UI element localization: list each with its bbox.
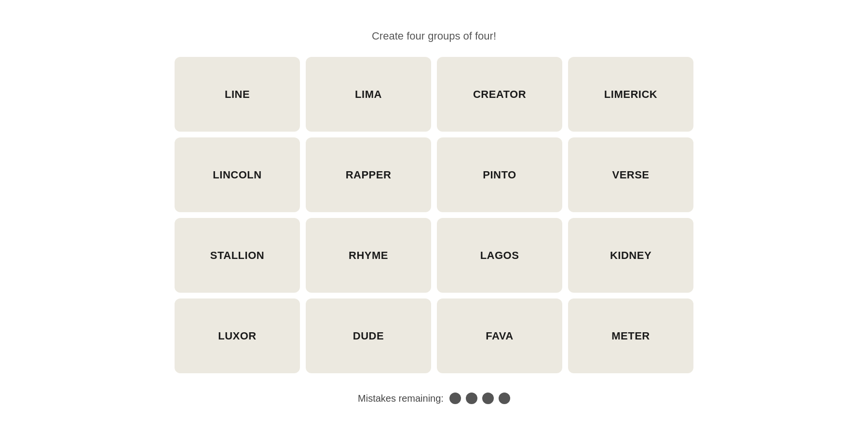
cell-label-pinto: PINTO xyxy=(483,169,516,181)
grid-cell-pinto[interactable]: PINTO xyxy=(437,137,562,212)
mistake-dot-2 xyxy=(482,393,494,404)
mistakes-row: Mistakes remaining: xyxy=(358,393,510,404)
grid-cell-dude[interactable]: DUDE xyxy=(306,298,431,373)
grid-cell-verse[interactable]: VERSE xyxy=(568,137,693,212)
word-grid: LINELIMACREATORLIMERICKLINCOLNRAPPERPINT… xyxy=(175,57,693,373)
grid-cell-lincoln[interactable]: LINCOLN xyxy=(175,137,300,212)
grid-cell-lagos[interactable]: LAGOS xyxy=(437,218,562,293)
mistakes-label: Mistakes remaining: xyxy=(358,393,444,404)
mistake-dot-3 xyxy=(499,393,510,404)
grid-cell-kidney[interactable]: KIDNEY xyxy=(568,218,693,293)
mistake-dot-0 xyxy=(449,393,461,404)
mistake-dot-1 xyxy=(466,393,477,404)
cell-label-creator: CREATOR xyxy=(473,88,526,101)
cell-label-kidney: KIDNEY xyxy=(610,249,651,262)
grid-cell-line[interactable]: LINE xyxy=(175,57,300,132)
grid-cell-fava[interactable]: FAVA xyxy=(437,298,562,373)
grid-cell-limerick[interactable]: LIMERICK xyxy=(568,57,693,132)
cell-label-limerick: LIMERICK xyxy=(604,88,657,101)
mistakes-dots xyxy=(449,393,510,404)
cell-label-fava: FAVA xyxy=(486,330,513,342)
grid-cell-rhyme[interactable]: RHYME xyxy=(306,218,431,293)
cell-label-dude: DUDE xyxy=(353,330,384,342)
cell-label-luxor: LUXOR xyxy=(218,330,257,342)
cell-label-line: LINE xyxy=(225,88,250,101)
cell-label-lagos: LAGOS xyxy=(480,249,519,262)
grid-cell-stallion[interactable]: STALLION xyxy=(175,218,300,293)
grid-cell-meter[interactable]: METER xyxy=(568,298,693,373)
cell-label-rapper: RAPPER xyxy=(346,169,392,181)
cell-label-lincoln: LINCOLN xyxy=(213,169,261,181)
grid-cell-creator[interactable]: CREATOR xyxy=(437,57,562,132)
grid-cell-lima[interactable]: LIMA xyxy=(306,57,431,132)
cell-label-stallion: STALLION xyxy=(210,249,264,262)
cell-label-verse: VERSE xyxy=(612,169,649,181)
cell-label-lima: LIMA xyxy=(355,88,382,101)
page-subtitle: Create four groups of four! xyxy=(372,30,496,42)
grid-cell-rapper[interactable]: RAPPER xyxy=(306,137,431,212)
grid-cell-luxor[interactable]: LUXOR xyxy=(175,298,300,373)
cell-label-rhyme: RHYME xyxy=(349,249,388,262)
cell-label-meter: METER xyxy=(611,330,650,342)
